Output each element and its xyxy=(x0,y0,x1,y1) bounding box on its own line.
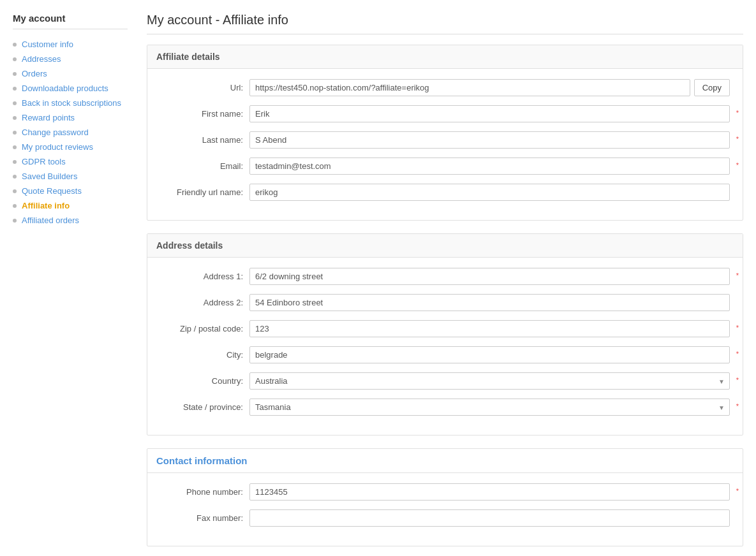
state-row: State / province: Tasmania * xyxy=(160,399,730,416)
state-field: Tasmania * xyxy=(249,399,730,416)
friendly-url-input[interactable] xyxy=(249,184,730,201)
address-details-section: Address details Address 1: * Address 2: xyxy=(147,233,743,435)
phone-required: * xyxy=(736,487,739,495)
country-row: Country: Australia * xyxy=(160,372,730,390)
address-details-body: Address 1: * Address 2: Zip / postal cod… xyxy=(147,258,743,435)
affiliate-details-section: Affiliate details Url: Copy First name: xyxy=(147,45,743,221)
zip-label: Zip / postal code: xyxy=(160,324,249,333)
friendly-url-label: Friendly url name: xyxy=(160,187,249,197)
phone-field: * xyxy=(249,483,730,501)
zip-row: Zip / postal code: * xyxy=(160,320,730,337)
sidebar-item-orders[interactable]: Orders xyxy=(13,66,128,81)
contact-information-section: Contact information Phone number: * Fax … xyxy=(147,448,743,546)
last-name-field: * xyxy=(249,131,730,149)
fax-field xyxy=(249,509,730,527)
sidebar-link-affiliated-orders[interactable]: Affiliated orders xyxy=(22,216,79,225)
fax-row: Fax number: xyxy=(160,509,730,527)
sidebar-link-reward-points[interactable]: Reward points xyxy=(22,113,75,122)
sidebar-item-change-password[interactable]: Change password xyxy=(13,125,128,140)
contact-information-header: Contact information xyxy=(147,449,743,473)
url-field: Copy xyxy=(249,79,730,96)
address2-input[interactable] xyxy=(249,294,730,311)
fax-input[interactable] xyxy=(249,509,730,527)
sidebar-item-downloadable-products[interactable]: Downloadable products xyxy=(13,81,128,96)
main-content: My account - Affiliate info Affiliate de… xyxy=(140,13,743,556)
friendly-url-row: Friendly url name: xyxy=(160,184,730,201)
country-required: * xyxy=(736,376,739,384)
address1-required: * xyxy=(736,272,739,279)
city-label: City: xyxy=(160,350,249,360)
zip-required: * xyxy=(736,324,739,332)
zip-input[interactable] xyxy=(249,320,730,337)
address2-row: Address 2: xyxy=(160,294,730,311)
sidebar-link-quote-requests[interactable]: Quote Requests xyxy=(22,186,82,196)
address1-field: * xyxy=(249,268,730,285)
sidebar-item-addresses[interactable]: Addresses xyxy=(13,52,128,66)
phone-input[interactable] xyxy=(249,483,730,501)
sidebar-link-affiliate-info[interactable]: Affiliate info xyxy=(22,201,70,210)
sidebar-link-saved-builders[interactable]: Saved Builders xyxy=(22,172,77,181)
address2-label: Address 2: xyxy=(160,298,249,307)
friendly-url-field xyxy=(249,184,730,201)
sidebar-link-orders[interactable]: Orders xyxy=(22,69,47,78)
sidebar-link-change-password[interactable]: Change password xyxy=(22,128,89,137)
address-details-header: Address details xyxy=(147,234,743,258)
zip-field: * xyxy=(249,320,730,337)
sidebar-link-downloadable-products[interactable]: Downloadable products xyxy=(22,84,108,93)
last-name-required: * xyxy=(736,135,739,143)
country-select[interactable]: Australia xyxy=(249,372,730,390)
sidebar-item-saved-builders[interactable]: Saved Builders xyxy=(13,169,128,184)
url-row: Url: Copy xyxy=(160,79,730,96)
email-input[interactable] xyxy=(249,157,730,175)
sidebar-item-reward-points[interactable]: Reward points xyxy=(13,110,128,125)
sidebar-link-back-in-stock[interactable]: Back in stock subscriptions xyxy=(22,98,121,108)
state-required: * xyxy=(736,402,739,410)
sidebar-title: My account xyxy=(13,13,128,29)
contact-information-body: Phone number: * Fax number: xyxy=(147,473,743,546)
state-label: State / province: xyxy=(160,402,249,412)
address1-label: Address 1: xyxy=(160,272,249,281)
email-required: * xyxy=(736,161,739,169)
sidebar-item-gdpr-tools[interactable]: GDPR tools xyxy=(13,154,128,169)
url-input[interactable] xyxy=(249,79,690,96)
sidebar-item-affiliate-info[interactable]: Affiliate info xyxy=(13,198,128,213)
page-title: My account - Affiliate info xyxy=(147,13,743,34)
sidebar-item-my-product-reviews[interactable]: My product reviews xyxy=(13,140,128,154)
first-name-input[interactable] xyxy=(249,105,730,122)
sidebar-item-customer-info[interactable]: Customer info xyxy=(13,37,128,52)
email-field: * xyxy=(249,157,730,175)
last-name-label: Last name: xyxy=(160,135,249,145)
fax-label: Fax number: xyxy=(160,513,249,523)
sidebar-link-addresses[interactable]: Addresses xyxy=(22,54,61,64)
address2-field xyxy=(249,294,730,311)
copy-button[interactable]: Copy xyxy=(694,79,730,96)
email-label: Email: xyxy=(160,161,249,171)
sidebar-link-my-product-reviews[interactable]: My product reviews xyxy=(22,142,93,152)
last-name-input[interactable] xyxy=(249,131,730,149)
affiliate-details-body: Url: Copy First name: * xyxy=(147,69,743,220)
sidebar: My account Customer info Addresses Order… xyxy=(13,13,140,556)
sidebar-item-affiliated-orders[interactable]: Affiliated orders xyxy=(13,213,128,228)
sidebar-link-gdpr-tools[interactable]: GDPR tools xyxy=(22,157,66,166)
sidebar-item-quote-requests[interactable]: Quote Requests xyxy=(13,184,128,198)
affiliate-details-header: Affiliate details xyxy=(147,45,743,69)
country-label: Country: xyxy=(160,376,249,386)
country-field: Australia * xyxy=(249,372,730,390)
email-row: Email: * xyxy=(160,157,730,175)
city-input[interactable] xyxy=(249,346,730,363)
sidebar-link-customer-info[interactable]: Customer info xyxy=(22,40,73,49)
city-row: City: * xyxy=(160,346,730,363)
sidebar-item-back-in-stock[interactable]: Back in stock subscriptions xyxy=(13,96,128,110)
phone-row: Phone number: * xyxy=(160,483,730,501)
first-name-required: * xyxy=(736,109,739,117)
sidebar-nav: Customer info Addresses Orders Downloada… xyxy=(13,37,128,228)
address1-row: Address 1: * xyxy=(160,268,730,285)
phone-label: Phone number: xyxy=(160,487,249,497)
last-name-row: Last name: * xyxy=(160,131,730,149)
first-name-row: First name: * xyxy=(160,105,730,122)
url-label: Url: xyxy=(160,83,249,92)
state-select[interactable]: Tasmania xyxy=(249,399,730,416)
address1-input[interactable] xyxy=(249,268,730,285)
city-required: * xyxy=(736,350,739,358)
first-name-field: * xyxy=(249,105,730,122)
